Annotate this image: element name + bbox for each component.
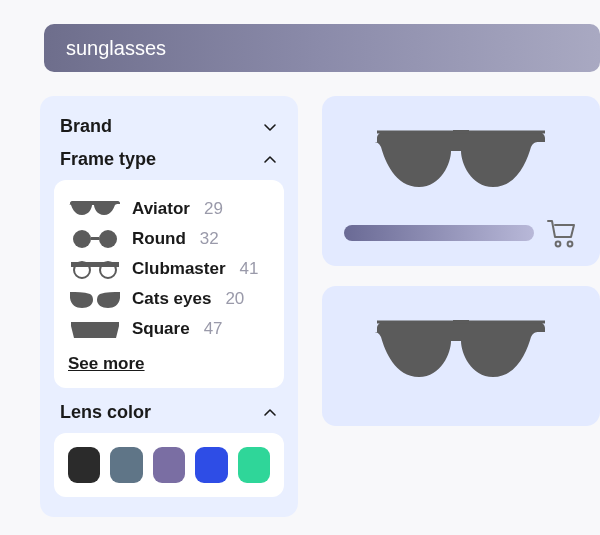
product-card[interactable]	[322, 96, 600, 266]
svg-point-6	[556, 242, 561, 247]
search-query: sunglasses	[66, 37, 166, 60]
svg-point-0	[73, 230, 91, 248]
svg-rect-2	[91, 237, 99, 240]
chevron-up-icon	[262, 405, 278, 421]
frame-option-cats-eyes[interactable]: Cats eyes 20	[68, 284, 270, 314]
frame-option-count: 20	[225, 289, 244, 309]
frame-type-panel: Aviator 29 Round 32 Clubmaster 41	[54, 180, 284, 388]
frame-option-count: 32	[200, 229, 219, 249]
cats-eyes-icon	[68, 288, 122, 310]
filter-sidebar: Brand Frame type Aviator 29	[40, 96, 298, 517]
filter-brand-header[interactable]: Brand	[54, 110, 284, 143]
product-card[interactable]	[322, 286, 600, 426]
color-swatch[interactable]	[68, 447, 100, 483]
aviator-icon	[68, 198, 122, 220]
svg-point-1	[99, 230, 117, 248]
filter-lens-color-header[interactable]: Lens color	[54, 396, 284, 429]
lens-color-panel	[54, 433, 284, 497]
round-icon	[68, 228, 122, 250]
frame-option-aviator[interactable]: Aviator 29	[68, 194, 270, 224]
color-swatch[interactable]	[195, 447, 227, 483]
frame-option-count: 47	[204, 319, 223, 339]
color-swatch[interactable]	[110, 447, 142, 483]
frame-option-count: 41	[240, 259, 259, 279]
clubmaster-icon	[68, 258, 122, 280]
see-more-link[interactable]: See more	[68, 354, 270, 374]
frame-option-label: Clubmaster	[132, 259, 226, 279]
chevron-up-icon	[262, 152, 278, 168]
chevron-down-icon	[262, 119, 278, 135]
cart-icon[interactable]	[546, 218, 578, 248]
frame-option-label: Round	[132, 229, 186, 249]
filter-brand-label: Brand	[60, 116, 112, 137]
color-swatch[interactable]	[153, 447, 185, 483]
product-image	[344, 314, 578, 386]
search-bar[interactable]: sunglasses	[44, 24, 600, 72]
svg-point-7	[568, 242, 573, 247]
price-bar	[344, 225, 534, 241]
filter-frame-type-header[interactable]: Frame type	[54, 143, 284, 176]
square-icon	[68, 318, 122, 340]
product-image	[344, 124, 578, 196]
frame-option-label: Aviator	[132, 199, 190, 219]
frame-option-label: Cats eyes	[132, 289, 211, 309]
frame-option-round[interactable]: Round 32	[68, 224, 270, 254]
frame-option-label: Square	[132, 319, 190, 339]
color-swatch[interactable]	[238, 447, 270, 483]
frame-option-clubmaster[interactable]: Clubmaster 41	[68, 254, 270, 284]
filter-frame-type-label: Frame type	[60, 149, 156, 170]
filter-lens-color-label: Lens color	[60, 402, 151, 423]
frame-option-count: 29	[204, 199, 223, 219]
product-list	[322, 96, 600, 517]
frame-option-square[interactable]: Square 47	[68, 314, 270, 344]
